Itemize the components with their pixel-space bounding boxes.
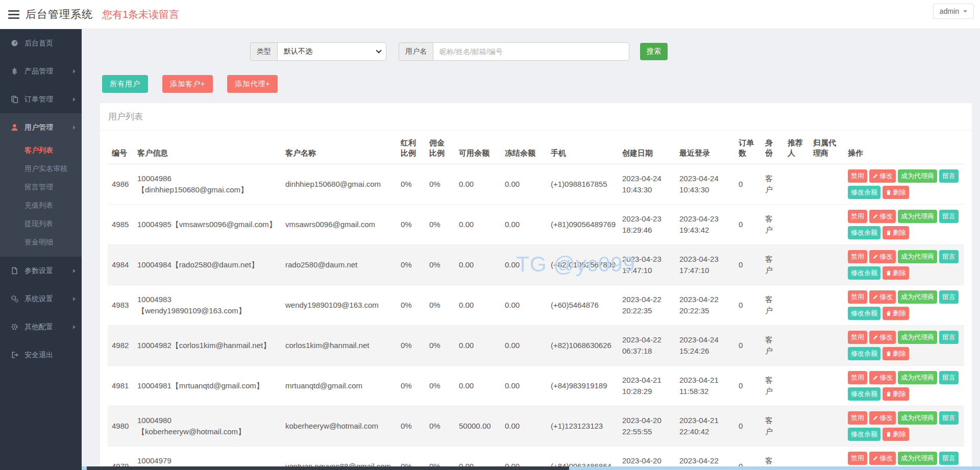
type-filter-label: 类型 — [250, 42, 277, 61]
sidebar-subitem-message-management[interactable]: 留言管理 — [0, 178, 82, 196]
message-button[interactable]: 留言 — [939, 411, 959, 425]
cell-id: 4986 — [108, 164, 133, 204]
sidebar-subitem-fund-details[interactable]: 资金明细 — [0, 233, 82, 252]
disable-button[interactable]: 禁用 — [848, 331, 867, 344]
edit-button[interactable]: 修改 — [869, 169, 896, 183]
col-header-customer-info: 客户信息 — [133, 131, 281, 164]
edit-balance-button[interactable]: 修改余额 — [848, 428, 880, 441]
type-filter-group: 类型 默认不选 — [250, 42, 386, 61]
become-agent-button[interactable]: 成为代理商 — [898, 331, 937, 344]
cell-created-date: 2023-04-20 22:55:55 — [618, 406, 675, 446]
sidebar-item-users[interactable]: 用户管理 — [0, 113, 82, 141]
disable-button[interactable]: 禁用 — [848, 169, 867, 183]
edit-balance-button[interactable]: 修改余额 — [848, 347, 880, 360]
sidebar-subitem-customer-list[interactable]: 客户列表 — [0, 141, 82, 160]
cell-id: 4985 — [108, 204, 133, 244]
become-agent-button[interactable]: 成为代理商 — [898, 250, 937, 263]
disable-button[interactable]: 禁用 — [848, 210, 867, 223]
edit-balance-button[interactable]: 修改余额 — [848, 226, 880, 239]
message-button[interactable]: 留言 — [939, 452, 959, 465]
edit-balance-button[interactable]: 修改余额 — [848, 266, 880, 280]
admin-user-dropdown[interactable]: admin — [933, 4, 974, 19]
col-header-last-login: 最近登录 — [675, 131, 734, 164]
cell-agent — [809, 204, 844, 244]
cell-actions: 禁用修改成为代理商留言修改余额删除 — [844, 406, 964, 446]
edit-button[interactable]: 修改 — [869, 371, 896, 384]
edit-button[interactable]: 修改 — [869, 331, 896, 344]
cell-created-date: 2023-04-23 18:29:46 — [618, 204, 675, 244]
unread-message-notice[interactable]: 您有1条未读留言 — [102, 8, 179, 21]
hamburger-menu-icon[interactable] — [8, 8, 19, 21]
become-agent-button[interactable]: 成为代理商 — [898, 411, 937, 425]
type-select[interactable]: 默认不选 — [277, 42, 386, 61]
cell-identity: 客户 — [761, 204, 783, 244]
delete-button[interactable]: 删除 — [883, 186, 909, 199]
disable-button[interactable]: 禁用 — [848, 411, 867, 425]
add-agent-button[interactable]: 添加代理+ — [227, 75, 278, 93]
become-agent-button[interactable]: 成为代理商 — [898, 169, 937, 183]
cell-referrer — [783, 365, 809, 406]
cell-order-count: 0 — [734, 285, 761, 325]
message-button[interactable]: 留言 — [939, 169, 959, 183]
edit-button[interactable]: 修改 — [869, 250, 896, 263]
table-row: 498410004984【rado2580@daum.net】rado2580@… — [108, 244, 964, 285]
message-button[interactable]: 留言 — [939, 290, 959, 304]
delete-button[interactable]: 删除 — [883, 428, 909, 441]
disable-button[interactable]: 禁用 — [848, 452, 867, 465]
message-button[interactable]: 留言 — [939, 331, 959, 344]
edit-button[interactable]: 修改 — [869, 290, 896, 304]
sidebar-item-logout[interactable]: 安全退出 — [0, 341, 82, 369]
become-agent-button[interactable]: 成为代理商 — [898, 210, 937, 223]
cell-customer-name: corlos1kim@hanmail.net — [281, 325, 397, 365]
sidebar-item-system-settings[interactable]: 系统设置 — [0, 285, 82, 313]
sidebar-subitem-withdraw-list[interactable]: 提现列表 — [0, 215, 82, 233]
sidebar-item-orders[interactable]: 订单管理 — [0, 85, 82, 113]
delete-button[interactable]: 删除 — [883, 387, 909, 401]
trash-icon — [886, 310, 892, 316]
sidebar-item-param-settings[interactable]: 参数设置 — [0, 257, 82, 285]
username-input[interactable] — [433, 42, 629, 61]
become-agent-button[interactable]: 成为代理商 — [898, 452, 937, 465]
logout-icon — [10, 351, 18, 359]
message-button[interactable]: 留言 — [939, 250, 959, 263]
cell-frozen-balance: 0.00 — [501, 204, 547, 244]
cell-created-date: 2023-04-22 06:37:18 — [618, 325, 675, 365]
all-users-button[interactable]: 所有用户 — [102, 75, 148, 93]
cell-last-login: 2023-04-22 20:22:35 — [675, 285, 734, 325]
delete-button[interactable]: 删除 — [883, 347, 909, 360]
disable-button[interactable]: 禁用 — [848, 290, 867, 304]
row-actions: 禁用修改成为代理商留言修改余额删除 — [848, 290, 960, 320]
cell-available-balance: 0.00 — [455, 325, 501, 365]
sidebar-subitem-recharge-list[interactable]: 充值列表 — [0, 196, 82, 215]
edit-balance-button[interactable]: 修改余额 — [848, 387, 880, 401]
cell-customer-name: rado2580@daum.net — [281, 244, 397, 285]
become-agent-button[interactable]: 成为代理商 — [898, 290, 937, 304]
horizontal-scrollbar[interactable] — [82, 466, 980, 470]
delete-button[interactable]: 删除 — [883, 307, 909, 320]
disable-button[interactable]: 禁用 — [848, 250, 867, 263]
edit-button[interactable]: 修改 — [869, 411, 896, 425]
cell-actions: 禁用修改成为代理商留言修改余额删除 — [844, 325, 964, 365]
delete-button[interactable]: 删除 — [883, 226, 909, 239]
disable-button[interactable]: 禁用 — [848, 371, 867, 384]
gear-icon — [10, 323, 18, 331]
chevron-right-icon — [73, 297, 76, 301]
delete-button[interactable]: 删除 — [883, 266, 909, 280]
chevron-right-icon — [73, 126, 76, 130]
message-button[interactable]: 留言 — [939, 371, 959, 384]
message-button[interactable]: 留言 — [939, 210, 959, 223]
become-agent-button[interactable]: 成为代理商 — [898, 371, 937, 384]
sidebar-item-other-config[interactable]: 其他配置 — [0, 313, 82, 341]
user-table: 编号客户信息客户名称红利比例佣金比例可用余额冻结余额手机创建日期最近登录订单数身… — [108, 131, 964, 470]
sidebar-item-home[interactable]: 后台首页 — [0, 29, 82, 57]
add-customer-button[interactable]: 添加客户+ — [162, 75, 213, 93]
edit-button[interactable]: 修改 — [869, 452, 896, 465]
sidebar-item-products[interactable]: B产品管理 — [0, 57, 82, 85]
cell-identity: 客户 — [761, 164, 783, 204]
search-button[interactable]: 搜索 — [640, 43, 668, 60]
scrollbar-thumb[interactable] — [87, 466, 569, 470]
edit-balance-button[interactable]: 修改余额 — [848, 307, 880, 320]
sidebar-subitem-realname-audit[interactable]: 用户实名审核 — [0, 160, 82, 178]
edit-balance-button[interactable]: 修改余额 — [848, 186, 880, 199]
edit-button[interactable]: 修改 — [869, 210, 896, 223]
